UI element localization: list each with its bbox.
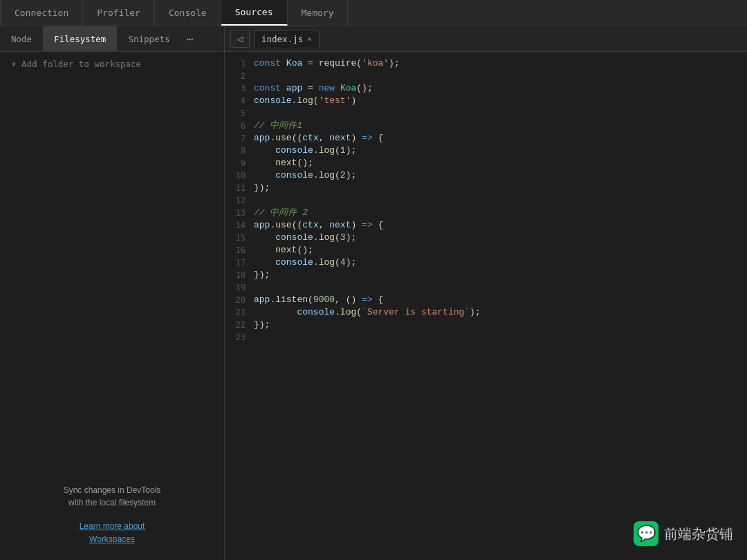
code-line-20: 20 app.listen(9000, () => { [225, 294, 747, 306]
code-line-16: 16 next(); [225, 244, 747, 256]
code-line-19: 19 [225, 281, 747, 294]
sub-tab-filesystem[interactable]: Filesystem [43, 26, 117, 51]
code-line-13: 13 // 中间件 2 [225, 207, 747, 219]
file-tab-close-button[interactable]: × [307, 35, 312, 44]
code-line-10: 10 console.log(2); [225, 169, 747, 182]
tab-console[interactable]: Console [155, 0, 221, 26]
sidebar-bottom-section: Sync changes in DevToolswith the local f… [0, 470, 224, 560]
add-folder-label: + Add folder to workspace [11, 59, 141, 69]
sub-tab-snippets[interactable]: Snippets [117, 26, 181, 51]
tab-memory[interactable]: Memory [288, 0, 349, 26]
code-line-21: 21 console.log(`Server is starting`); [225, 306, 747, 319]
code-content: 1 const Koa = require('koa'); 2 3 const … [225, 57, 747, 554]
add-folder-button[interactable]: + Add folder to workspace [0, 52, 224, 76]
code-line-8: 8 console.log(1); [225, 144, 747, 157]
more-options-button[interactable]: ⋯ [181, 32, 199, 46]
code-line-7: 7 app.use((ctx, next) => { [225, 132, 747, 144]
code-line-15: 15 console.log(3); [225, 232, 747, 244]
file-tab-index-js[interactable]: index.js × [254, 30, 320, 48]
file-tab-name: index.js [261, 34, 303, 44]
watermark-text: 前端杂货铺 [664, 525, 733, 543]
watermark: 💬 前端杂货铺 [634, 521, 733, 546]
code-line-14: 14 app.use((ctx, next) => { [225, 219, 747, 232]
code-editor[interactable]: 1 const Koa = require('koa'); 2 3 const … [225, 52, 747, 560]
main-content: + Add folder to workspace Sync changes i… [0, 52, 747, 560]
top-nav-bar: Connection Profiler Console Sources Memo… [0, 0, 747, 26]
sidebar-panel: + Add folder to workspace Sync changes i… [0, 52, 225, 560]
code-line-22: 22 }); [225, 319, 747, 331]
code-line-1: 1 const Koa = require('koa'); [225, 57, 747, 70]
code-line-12: 12 [225, 194, 747, 207]
code-line-11: 11 }); [225, 182, 747, 194]
navigate-back-button[interactable]: ◁ [230, 30, 250, 48]
learn-more-link[interactable]: Learn more about Workspaces [14, 520, 210, 546]
watermark-icon: 💬 [634, 521, 658, 546]
code-line-5: 5 [225, 107, 747, 120]
tab-profiler[interactable]: Profiler [83, 0, 155, 26]
code-line-4: 4 console.log('test') [225, 95, 747, 107]
sync-description: Sync changes in DevToolswith the local f… [14, 484, 210, 509]
code-line-18: 18 }); [225, 269, 747, 281]
sub-tab-node[interactable]: Node [0, 26, 43, 51]
tab-sources[interactable]: Sources [221, 0, 288, 26]
tab-connection[interactable]: Connection [0, 0, 83, 26]
code-line-9: 9 next(); [225, 157, 747, 169]
code-line-23: 23 [225, 331, 747, 344]
code-line-2: 2 [225, 70, 747, 82]
code-line-17: 17 console.log(4); [225, 256, 747, 269]
code-line-3: 3 const app = new Koa(); [225, 82, 747, 95]
code-line-6: 6 // 中间件1 [225, 120, 747, 132]
